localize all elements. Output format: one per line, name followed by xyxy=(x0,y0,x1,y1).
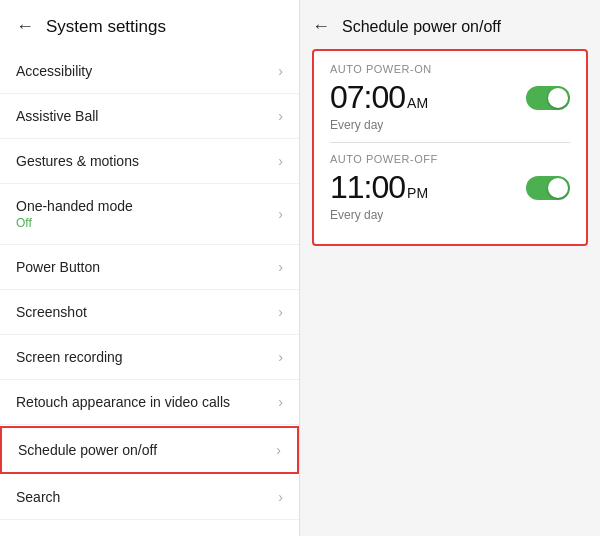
menu-item-search[interactable]: Search› xyxy=(0,475,299,520)
auto-power-on-label: AUTO POWER-ON xyxy=(330,63,570,75)
menu-item-one-handed-mode[interactable]: One-handed modeOff› xyxy=(0,184,299,245)
chevron-icon-retouch-appearance: › xyxy=(278,394,283,410)
auto-power-on-row[interactable]: 07:00 AM xyxy=(330,79,570,116)
menu-item-text-gestures-motions: Gestures & motions xyxy=(16,153,139,169)
right-back-arrow-icon[interactable]: ← xyxy=(312,16,330,37)
menu-item-text-screenshot: Screenshot xyxy=(16,304,87,320)
menu-label-retouch-appearance: Retouch appearance in video calls xyxy=(16,394,230,410)
menu-sub-one-handed-mode: Off xyxy=(16,216,133,230)
menu-label-power-button: Power Button xyxy=(16,259,100,275)
menu-label-gestures-motions: Gestures & motions xyxy=(16,153,139,169)
power-off-toggle-thumb xyxy=(548,178,568,198)
schedule-power-title: Schedule power on/off xyxy=(342,18,501,36)
schedule-divider xyxy=(330,142,570,143)
menu-label-screenshot: Screenshot xyxy=(16,304,87,320)
menu-item-text-power-button: Power Button xyxy=(16,259,100,275)
menu-label-schedule-power: Schedule power on/off xyxy=(18,442,157,458)
menu-item-accessibility[interactable]: Accessibility› xyxy=(0,49,299,94)
menu-label-search: Search xyxy=(16,489,60,505)
menu-label-assistive-ball: Assistive Ball xyxy=(16,108,98,124)
left-panel: ← System settings Accessibility›Assistiv… xyxy=(0,0,300,536)
menu-item-screenshot[interactable]: Screenshot› xyxy=(0,290,299,335)
menu-item-power-button[interactable]: Power Button› xyxy=(0,245,299,290)
schedule-box: AUTO POWER-ON 07:00 AM Every day AUTO PO… xyxy=(312,49,588,246)
menu-label-one-handed-mode: One-handed mode xyxy=(16,198,133,214)
chevron-icon-accessibility: › xyxy=(278,63,283,79)
chevron-icon-search: › xyxy=(278,489,283,505)
menu-list: Accessibility›Assistive Ball›Gestures & … xyxy=(0,49,299,520)
chevron-icon-screen-recording: › xyxy=(278,349,283,365)
menu-item-text-one-handed-mode: One-handed modeOff xyxy=(16,198,133,230)
power-on-ampm: AM xyxy=(407,95,428,111)
right-panel: ← Schedule power on/off AUTO POWER-ON 07… xyxy=(300,0,600,536)
chevron-icon-one-handed-mode: › xyxy=(278,206,283,222)
power-on-time-display: 07:00 AM xyxy=(330,79,428,116)
menu-item-assistive-ball[interactable]: Assistive Ball› xyxy=(0,94,299,139)
menu-item-retouch-appearance[interactable]: Retouch appearance in video calls› xyxy=(0,380,299,425)
right-panel-header: ← Schedule power on/off xyxy=(312,12,588,49)
auto-power-off-row[interactable]: 11:00 PM xyxy=(330,169,570,206)
menu-item-text-schedule-power: Schedule power on/off xyxy=(18,442,157,458)
power-on-sub: Every day xyxy=(330,118,570,132)
power-off-time-display: 11:00 PM xyxy=(330,169,428,206)
menu-label-accessibility: Accessibility xyxy=(16,63,92,79)
back-arrow-icon[interactable]: ← xyxy=(16,16,34,37)
power-off-time: 11:00 xyxy=(330,169,405,206)
auto-power-off-label: AUTO POWER-OFF xyxy=(330,153,570,165)
menu-item-text-search: Search xyxy=(16,489,60,505)
power-on-toggle[interactable] xyxy=(526,86,570,110)
system-settings-title: System settings xyxy=(46,17,166,37)
menu-item-gestures-motions[interactable]: Gestures & motions› xyxy=(0,139,299,184)
chevron-icon-assistive-ball: › xyxy=(278,108,283,124)
chevron-icon-screenshot: › xyxy=(278,304,283,320)
chevron-icon-schedule-power: › xyxy=(276,442,281,458)
menu-label-screen-recording: Screen recording xyxy=(16,349,123,365)
power-off-toggle-track xyxy=(526,176,570,200)
menu-item-text-accessibility: Accessibility xyxy=(16,63,92,79)
power-off-sub: Every day xyxy=(330,208,570,222)
power-off-toggle[interactable] xyxy=(526,176,570,200)
menu-item-text-retouch-appearance: Retouch appearance in video calls xyxy=(16,394,230,410)
left-panel-header: ← System settings xyxy=(0,0,299,49)
power-on-toggle-thumb xyxy=(548,88,568,108)
menu-item-schedule-power[interactable]: Schedule power on/off› xyxy=(0,426,299,474)
power-on-time: 07:00 xyxy=(330,79,405,116)
menu-item-text-screen-recording: Screen recording xyxy=(16,349,123,365)
power-on-toggle-track xyxy=(526,86,570,110)
chevron-icon-power-button: › xyxy=(278,259,283,275)
chevron-icon-gestures-motions: › xyxy=(278,153,283,169)
menu-item-text-assistive-ball: Assistive Ball xyxy=(16,108,98,124)
power-off-ampm: PM xyxy=(407,185,428,201)
menu-item-screen-recording[interactable]: Screen recording› xyxy=(0,335,299,380)
